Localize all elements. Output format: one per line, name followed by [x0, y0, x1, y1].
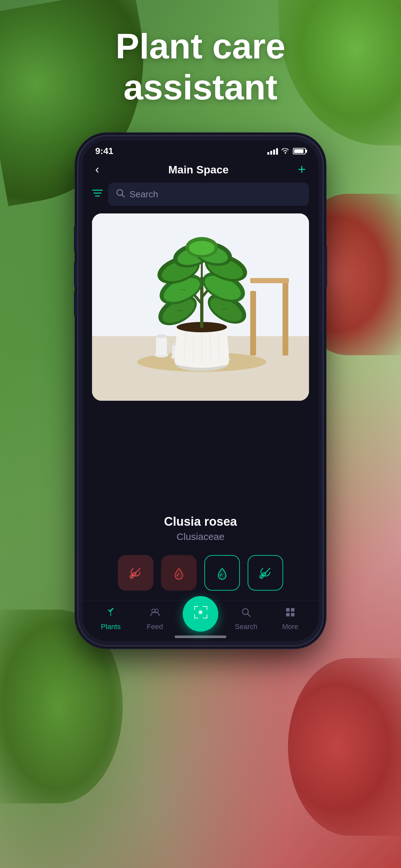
- tab-feed-label: Feed: [147, 623, 163, 631]
- status-time: 9:41: [95, 146, 113, 156]
- tab-plants-label: Plants: [101, 623, 121, 631]
- water-button[interactable]: [161, 555, 197, 591]
- svg-point-59: [152, 609, 155, 612]
- svg-rect-8: [250, 291, 256, 355]
- search-bar-icon: [116, 189, 125, 200]
- svg-point-51: [189, 241, 215, 255]
- phone-frame: 9:41: [78, 135, 323, 646]
- svg-point-60: [155, 609, 158, 612]
- plant-card-container: [82, 213, 319, 505]
- svg-rect-74: [291, 608, 295, 612]
- battery-icon: [293, 148, 306, 154]
- plants-icon: [105, 607, 116, 621]
- tab-feed[interactable]: Feed: [139, 607, 171, 631]
- plant-family: Clusiaceae: [89, 531, 312, 542]
- plant-scene-svg: [92, 213, 309, 401]
- tab-plants[interactable]: Plants: [95, 607, 127, 631]
- svg-point-70: [199, 611, 202, 613]
- action-buttons: [82, 549, 319, 600]
- plant-name: Clusia rosea: [89, 515, 312, 529]
- tab-search-label: Search: [235, 623, 258, 631]
- tab-bar: Plants Feed: [82, 600, 319, 641]
- svg-rect-73: [286, 608, 289, 612]
- signal-icon: [267, 148, 278, 155]
- plant-info: Clusia rosea Clusiaceae: [82, 505, 319, 549]
- svg-rect-68: [207, 615, 207, 618]
- nav-title: Main Space: [168, 163, 228, 176]
- back-button[interactable]: ‹: [95, 163, 99, 176]
- svg-rect-66: [194, 615, 195, 618]
- plant-image-card[interactable]: [92, 213, 309, 401]
- svg-line-72: [248, 614, 250, 616]
- phone-screen: 9:41: [82, 140, 319, 641]
- notch: [165, 140, 236, 154]
- add-button[interactable]: +: [298, 163, 306, 176]
- filter-icon[interactable]: [92, 189, 103, 200]
- feed-icon: [150, 607, 160, 621]
- prune-button[interactable]: [118, 555, 153, 591]
- search-bar[interactable]: Search: [108, 183, 309, 206]
- phone-wrapper: 9:41: [78, 135, 323, 646]
- svg-rect-76: [291, 613, 295, 616]
- search-container: Search: [82, 183, 319, 213]
- tab-more[interactable]: More: [274, 607, 306, 631]
- svg-point-15: [156, 334, 167, 338]
- more-icon: [285, 607, 296, 621]
- svg-rect-67: [203, 618, 207, 618]
- search-tab-icon: [241, 607, 251, 621]
- svg-rect-63: [203, 606, 207, 607]
- svg-rect-10: [250, 278, 289, 283]
- svg-rect-64: [207, 606, 207, 610]
- svg-rect-75: [286, 613, 289, 616]
- hero-title: Plant care assistant: [0, 26, 401, 107]
- tab-more-label: More: [282, 623, 298, 631]
- status-icons: [267, 147, 306, 156]
- svg-line-4: [122, 195, 124, 197]
- svg-rect-9: [282, 278, 288, 355]
- search-placeholder: Search: [129, 189, 158, 199]
- svg-rect-62: [194, 606, 195, 610]
- nav-header: ‹ Main Space +: [82, 159, 319, 183]
- trim-button[interactable]: [248, 555, 283, 591]
- svg-rect-14: [156, 336, 167, 355]
- fertilize-button[interactable]: [204, 555, 240, 591]
- tab-search[interactable]: Search: [230, 607, 262, 631]
- wifi-icon: [281, 147, 289, 156]
- scan-button[interactable]: [183, 596, 218, 631]
- scan-icon: [192, 604, 209, 624]
- home-indicator: [175, 636, 226, 638]
